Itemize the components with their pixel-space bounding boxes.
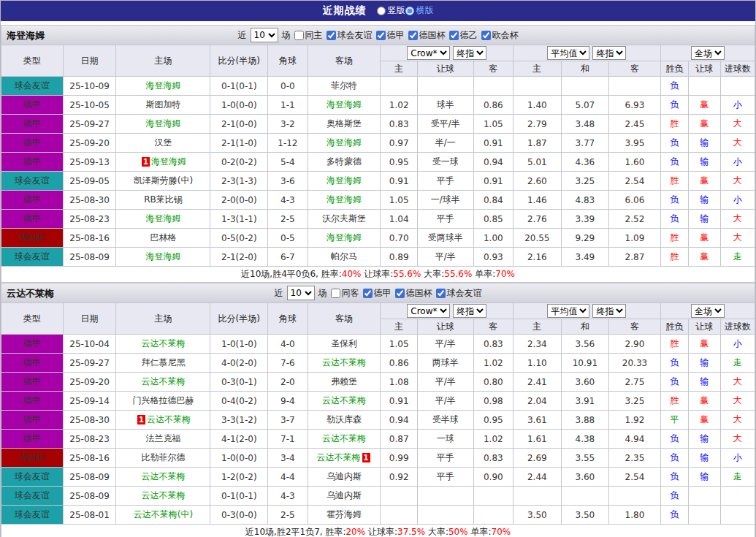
match-row: 球会友谊25-08-09云达不莱梅1-2(0-2)4-4乌迪内斯0.92平手0.… [1,468,755,487]
league-filter-label: 球会友谊 [447,287,482,300]
league-filter[interactable]: 德国杯 [408,29,446,42]
odds-home: 0.97 [381,134,417,153]
league-filter-checkbox[interactable] [363,289,373,298]
avg-home: 2.79 [513,115,562,134]
page-title: 近期战绩 [323,4,367,18]
corner-score: 3-2 [268,115,308,134]
match-row: 德甲25-08-301云达不莱梅3-3(1-2)3-7勒沃库森0.94受半球0.… [1,411,755,430]
handicap-result-cell: 赢 [689,392,720,411]
avg-value-select[interactable]: 平均值 [547,46,589,60]
layout-toggle-option[interactable]: 竖版 [377,4,405,17]
layout-toggle-radio[interactable] [405,7,414,15]
match-count-select[interactable]: 10 [287,286,315,300]
odds-handicap [417,506,473,525]
away-team-name: 霍芬海姆 [327,509,362,519]
match-count-select[interactable]: 10 [251,28,278,42]
same-side-filter-checkbox[interactable] [294,31,304,40]
avg-home: 1.10 [513,354,562,373]
home-team: 法兰克福 [116,430,210,449]
handicap-result-cell: 输 [689,191,720,210]
league-filter-label: 欧会杯 [492,29,519,42]
league-filter-checkbox[interactable] [449,31,459,40]
same-side-filter[interactable]: 同主 [294,29,323,42]
league-badge: 德甲 [1,392,64,411]
filter-prefix-label: 近 [275,287,283,300]
result-cell: 负 [660,153,688,172]
odds-handicap: 平/半 [417,248,473,267]
full-match-scope-select[interactable]: 全场 [691,304,725,318]
away-team: 乌迪内斯 [308,468,381,487]
odds-handicap [417,487,473,506]
odds-company-select[interactable]: Crow* [407,46,450,60]
league-filter-checkbox[interactable] [395,289,405,298]
odds-company-select[interactable]: Crow* [407,304,450,318]
result-cell: 负 [660,191,688,210]
league-filter[interactable]: 德甲 [363,287,392,300]
match-row: 德甲25-09-27拜仁慕尼黑4-0(2-0)7-6云达不莱梅0.86两球半1.… [1,354,755,373]
goals-result-cell: 大 [720,392,755,411]
away-team: 弗赖堡 [308,373,381,392]
avg-home: 1.61 [513,430,562,449]
away-team-name: 海登海姆 [327,194,362,205]
home-team-name: 海登海姆 [145,213,180,224]
avg-final-select[interactable]: 终指 [592,304,626,318]
avg-draw: 3.77 [561,134,609,153]
avg-away: 2.54 [609,172,661,191]
avg-draw: 5.07 [561,96,609,115]
handicap-result-cell: 输 [689,354,720,373]
column-header: 比分(半场) [210,303,268,335]
home-team: 云达不莱梅 [116,487,210,506]
final-odds-select[interactable]: 终指 [453,46,486,60]
league-filter-checkbox[interactable] [327,31,336,40]
handicap-result-cell: 赢 [689,172,720,191]
away-team-name: 云达不莱梅 [322,433,366,443]
match-row: 德甲25-10-04云达不莱梅1-0(1-0)4-0圣保利1.05平/半0.83… [1,335,755,354]
league-filter[interactable]: 球会友谊 [327,29,373,42]
league-filter[interactable]: 德甲 [376,29,405,42]
odds-group-header: 平均值终指 [513,45,661,61]
league-filter[interactable]: 德国杯 [395,287,432,300]
home-team-name: 巴林格 [150,232,176,243]
avg-away: 2.75 [609,373,661,392]
odds-handicap: 平手 [417,210,473,229]
odds-home: 1.02 [381,96,417,115]
goals-result-cell: 大 [720,134,755,153]
league-filter[interactable]: 德乙 [449,29,478,42]
avg-away [609,77,661,96]
avg-draw [561,487,609,506]
avg-value-select[interactable]: 平均值 [547,304,589,318]
avg-draw [561,77,609,96]
league-filter-checkbox[interactable] [376,31,386,40]
home-team: 门兴格拉德巴赫 [116,392,210,411]
odds-away: 0.98 [473,392,513,411]
match-date: 25-09-20 [63,134,116,153]
league-filter[interactable]: 欧会杯 [481,29,519,42]
section-header-bar: 云达不莱梅近10场同客德甲德国杯球会友谊 [1,283,755,302]
layout-toggle-option[interactable]: 横版 [405,4,434,17]
odds-handicap: 受平/半 [417,115,473,134]
avg-away: 2.52 [609,210,661,229]
avg-home: 2.76 [513,210,562,229]
same-side-filter[interactable]: 同客 [331,287,359,300]
corner-score: 0-5 [268,229,308,248]
handicap-result-cell: 输 [689,449,720,468]
home-team-name: 汉堡 [154,137,172,148]
odds-home: 0.86 [381,354,417,373]
league-filter-checkbox[interactable] [436,289,446,298]
full-match-scope-select[interactable]: 全场 [691,46,725,60]
away-team-name: 海登海姆 [327,232,362,243]
league-filter-checkbox[interactable] [408,31,418,40]
final-odds-select[interactable]: 终指 [453,304,486,318]
league-filter[interactable]: 球会友谊 [436,287,482,300]
league-filter-checkbox[interactable] [481,31,491,40]
layout-toggle-radio[interactable] [377,7,386,15]
home-team: 云达不莱梅(中) [116,506,210,525]
summary-segment: 单率: [472,269,495,279]
same-side-filter-checkbox[interactable] [331,289,340,298]
odds-away: 0.91 [473,134,513,153]
away-team: 帕尔马 [308,248,381,267]
goals-result-cell: 走 [720,354,755,373]
avg-final-select[interactable]: 终指 [592,46,626,60]
away-team: 海登海姆 [308,191,381,210]
result-cell: 胜 [660,229,688,248]
